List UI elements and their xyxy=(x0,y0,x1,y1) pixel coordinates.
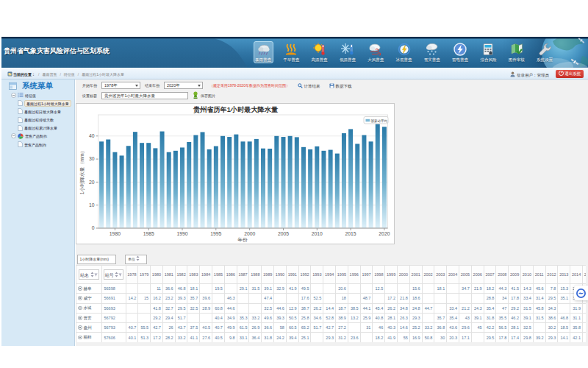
svg-text:年份: 年份 xyxy=(237,237,248,243)
svg-text:40: 40 xyxy=(89,133,95,138)
svg-text:2015: 2015 xyxy=(345,231,356,236)
svg-text:0: 0 xyxy=(92,225,95,230)
svg-text:30: 30 xyxy=(89,156,95,161)
svg-text:1995: 1995 xyxy=(210,231,221,236)
svg-text:20: 20 xyxy=(89,180,95,185)
svg-text:10: 10 xyxy=(89,202,95,208)
svg-text:1980: 1980 xyxy=(110,231,121,236)
svg-text:2020: 2020 xyxy=(379,231,390,236)
svg-text:2010: 2010 xyxy=(312,231,323,236)
svg-text:贵州省历年1小时最大降水量: 贵州省历年1小时最大降水量 xyxy=(193,106,279,113)
svg-text:2005: 2005 xyxy=(278,231,289,236)
svg-text:1990: 1990 xyxy=(176,231,187,236)
svg-text:2000: 2000 xyxy=(244,231,255,236)
svg-text:1985: 1985 xyxy=(143,231,154,236)
svg-text:1小时降水量（mm）: 1小时降水量（mm） xyxy=(79,149,85,195)
svg-text:国家站平均: 国家站平均 xyxy=(371,119,388,123)
